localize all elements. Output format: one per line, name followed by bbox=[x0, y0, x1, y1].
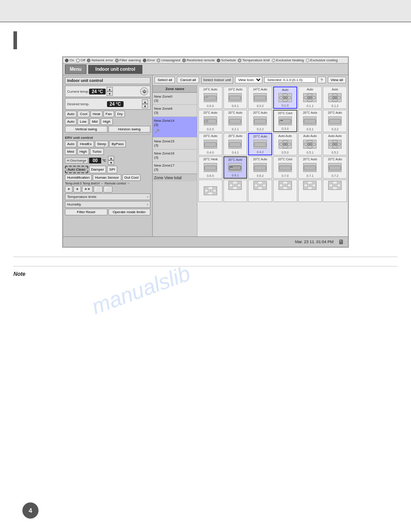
zone-item-17[interactable]: New Zone17 (3) bbox=[153, 162, 197, 174]
unit-0-2-2[interactable]: 20°C Auto 0.2.2 bbox=[248, 110, 272, 132]
unit-0-2-1[interactable]: 20°C Auto 0.2.1 bbox=[223, 110, 248, 132]
out-cool-btn[interactable]: Out Cool bbox=[122, 174, 141, 181]
discharge-arrows[interactable]: ▲ ▼ bbox=[108, 156, 114, 165]
menu-button[interactable]: Menu bbox=[65, 64, 86, 74]
erv-auto-btn[interactable]: Auto bbox=[65, 141, 77, 147]
unit-0-5-0[interactable]: Auto Auto bbox=[273, 133, 297, 155]
unit-0-1-1[interactable]: Auto bbox=[298, 86, 322, 109]
filter-reset-btn[interactable]: Filter Reset bbox=[65, 209, 107, 215]
unit-0-7-2[interactable]: 20°C Auto 0.7.2 bbox=[323, 156, 347, 179]
unit-0-4-2[interactable]: 20°C Auto 0.4.2 bbox=[248, 133, 272, 155]
desired-temp-down-arrow[interactable]: ▼ bbox=[142, 104, 148, 108]
icon-btn-5[interactable]: ⬜ bbox=[103, 186, 112, 193]
unit-0-6-1[interactable]: 20°C Auto 0.6.1 bbox=[223, 156, 248, 179]
zone-item-15[interactable]: New Zone15 (3) bbox=[153, 137, 197, 150]
svg-point-42 bbox=[307, 146, 313, 148]
unit-icon-0-3-1 bbox=[303, 116, 317, 125]
fan-auto-btn[interactable]: Auto bbox=[65, 118, 77, 125]
zone-item-14[interactable]: New Zone14 (3) ↗ bbox=[153, 117, 197, 137]
mode-dry-btn[interactable]: Dry bbox=[115, 111, 125, 117]
erv-sleep-btn[interactable]: Sleep bbox=[95, 141, 108, 147]
unit-0-4-0[interactable]: 20°C Auto 0.4.0 bbox=[198, 133, 223, 155]
unit-0-6-0[interactable]: 20°C Heat 0.6.0 bbox=[198, 156, 223, 179]
unit-icon-0-3-2 bbox=[328, 116, 342, 125]
temp-up-arrow[interactable]: ▲ bbox=[107, 87, 113, 91]
unit-0-7-1[interactable]: 20°C Auto 0.7.1 bbox=[298, 156, 322, 179]
zone-view-total-btn[interactable]: Zone View total bbox=[153, 174, 197, 181]
desired-temp-up-arrow[interactable]: ▲ bbox=[142, 99, 148, 104]
unit-empty-6[interactable] bbox=[323, 180, 347, 202]
icon-btn-2[interactable]: ☀ bbox=[73, 186, 81, 193]
unit-empty-5[interactable] bbox=[298, 180, 322, 202]
zone-item-16[interactable]: New Zone16 (3) bbox=[153, 150, 197, 162]
unit-0-2-0[interactable]: 20°C Auto 0.2.0 bbox=[198, 110, 223, 132]
erv-med-btn[interactable]: Med bbox=[65, 148, 77, 155]
fan-high-btn[interactable]: High bbox=[101, 118, 112, 125]
unit-0-3-1[interactable]: 20°C Auto 0.3.1 bbox=[298, 110, 322, 132]
icon-btn-1[interactable]: ☀ bbox=[65, 186, 73, 193]
unit-empty-4[interactable] bbox=[273, 180, 297, 202]
erv-heatex-btn[interactable]: HeatEx bbox=[77, 141, 94, 147]
power-button[interactable]: ⏻ bbox=[140, 87, 148, 95]
auto-clean-btn[interactable]: Auto Clean bbox=[65, 166, 88, 173]
unit-label-0-2-1: 20°C Auto bbox=[228, 111, 243, 114]
icon-btn-3[interactable]: ☀✕ bbox=[82, 186, 93, 193]
operate-mode-btn[interactable]: Operate mode limits› bbox=[108, 209, 151, 215]
bottom-link-buttons: Temperature limits › Humidity › bbox=[65, 193, 150, 208]
temperature-limits-btn[interactable]: Temperature limits › bbox=[65, 193, 150, 200]
humidity-btn[interactable]: Humidity › bbox=[65, 201, 150, 208]
fan-low-btn[interactable]: Low bbox=[77, 118, 89, 125]
svg-point-86 bbox=[304, 184, 308, 187]
damper-btn[interactable]: Damper bbox=[89, 166, 106, 173]
unit-0-1-0[interactable]: Auto bbox=[273, 86, 297, 109]
unit-0-7-0[interactable]: 20°C Cool 0.7.0 bbox=[273, 156, 297, 179]
unit-id-0-5-1: 0.5.1 bbox=[307, 151, 314, 154]
select-all-btn[interactable]: Select all bbox=[154, 77, 175, 83]
mode-fan-btn[interactable]: Fan bbox=[103, 111, 114, 117]
unit-empty-2[interactable] bbox=[223, 180, 248, 202]
erv-bypass-btn[interactable]: ByPass bbox=[109, 141, 126, 147]
fan-mid-btn[interactable]: Mid bbox=[90, 118, 100, 125]
temp-up-down-arrows[interactable]: ▲ ▼ bbox=[107, 87, 113, 96]
unit-0-0-1[interactable]: 24°C Auto 0.0.1 bbox=[223, 86, 248, 109]
unit-0-0-2[interactable]: 24°C Auto 0.0.2 bbox=[248, 86, 272, 109]
unit-empty-3[interactable] bbox=[248, 180, 272, 202]
select-screen-box[interactable]: Select Indoor unit bbox=[201, 77, 233, 84]
horizontal-swing-btn[interactable]: Horizon swing bbox=[108, 126, 151, 133]
unit-icon-0-5-1 bbox=[303, 140, 317, 149]
icon-btn-4[interactable]: ⬜ bbox=[94, 186, 103, 193]
humidification-btn[interactable]: Humidification bbox=[65, 174, 92, 181]
unit-0-4-1[interactable]: 20°C Auto 0.4.1 bbox=[223, 133, 248, 155]
unit-0-6-2[interactable]: 20°C Auto 0.6.2 bbox=[248, 156, 272, 179]
view-dropdown[interactable]: View Icon bbox=[235, 77, 262, 83]
unit-0-0-0[interactable]: 24°C Auto 0.0.0 bbox=[198, 86, 223, 109]
discharge-up-arrow[interactable]: ▲ bbox=[108, 156, 114, 160]
mode-heat-btn[interactable]: Heat bbox=[90, 111, 103, 117]
mode-buttons-row: Auto Cool Heat Fan Dry bbox=[65, 111, 150, 117]
unit-0-1-2[interactable]: Auto bbox=[323, 86, 347, 109]
temp-down-arrow[interactable]: ▼ bbox=[107, 91, 113, 96]
discharge-label: H:Discharge bbox=[65, 158, 88, 163]
unit-0-5-1[interactable]: Auto Auto bbox=[298, 133, 322, 155]
legend-error: Error bbox=[143, 58, 155, 62]
zone-item-0[interactable]: New Zone0 (3) bbox=[153, 93, 197, 105]
question-mark-btn[interactable]: ? bbox=[317, 77, 325, 83]
desired-temp-arrows[interactable]: ▲ ▼ bbox=[142, 99, 148, 108]
unit-0-3-2[interactable]: 20°C Auto 0.3.2 bbox=[323, 110, 347, 132]
discharge-down-arrow[interactable]: ▼ bbox=[108, 160, 114, 165]
cancel-all-btn[interactable]: Cancel all bbox=[177, 77, 199, 83]
unit-0-5-2[interactable]: Auto Auto bbox=[323, 133, 347, 155]
zone-item-8[interactable]: New Zone8 (3) bbox=[153, 105, 197, 117]
unit-0-3-0[interactable]: 20°C Cool 0.3.0 bbox=[273, 110, 297, 132]
unit-icon-empty-2 bbox=[228, 181, 242, 190]
vertical-swing-btn[interactable]: Vertical swing bbox=[65, 126, 107, 133]
erv-turbo-btn[interactable]: Turbo bbox=[90, 148, 104, 155]
mode-auto-btn[interactable]: Auto bbox=[65, 111, 77, 117]
spi-btn[interactable]: SPI bbox=[107, 166, 117, 173]
mode-cool-btn[interactable]: Cool bbox=[77, 111, 89, 117]
svg-point-7 bbox=[279, 96, 283, 99]
view-all-btn[interactable]: View all bbox=[328, 77, 346, 83]
unit-empty-1[interactable] bbox=[198, 180, 223, 202]
human-sensor-btn[interactable]: Human Sensor bbox=[93, 174, 121, 181]
erv-high-btn[interactable]: High bbox=[77, 148, 89, 155]
